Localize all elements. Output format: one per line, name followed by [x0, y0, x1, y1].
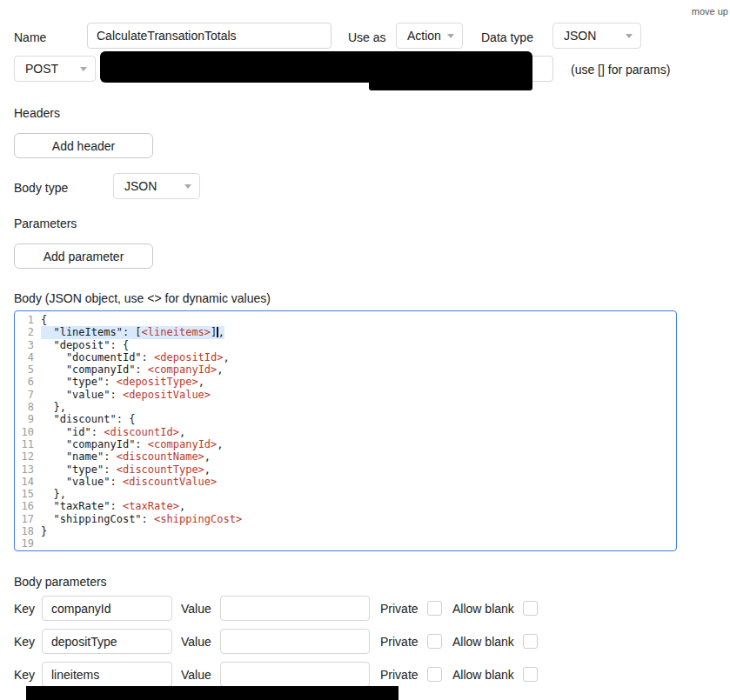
chevron-down-icon [626, 34, 633, 38]
line-number: 15 [15, 488, 41, 500]
value-label: Value [181, 602, 211, 616]
line-number: 11 [15, 438, 41, 450]
line-number: 14 [15, 476, 41, 488]
code-line[interactable]: 13 "type": <discountType>, [15, 463, 676, 476]
key-input[interactable] [42, 596, 172, 621]
allow-blank-checkbox[interactable] [523, 667, 538, 682]
value-input[interactable] [220, 596, 370, 621]
use-as-select[interactable]: Action [396, 23, 463, 49]
move-up-link[interactable]: move up [692, 6, 728, 17]
line-number: 17 [15, 513, 41, 525]
code-text: "deposit": { [41, 339, 129, 351]
code-text: { [41, 314, 47, 326]
line-number: 7 [15, 389, 41, 401]
code-text: "value": <depositValue> [41, 389, 211, 401]
private-checkbox[interactable] [427, 667, 442, 682]
code-line[interactable]: 17 "shippingCost": <shippingCost> [15, 513, 676, 525]
line-number: 13 [15, 463, 41, 476]
name-label: Name [14, 30, 46, 44]
code-lines: 1{2 "lineItems": [<lineitems>],3 "deposi… [15, 314, 676, 550]
key-label: Key [14, 602, 35, 616]
code-line[interactable]: 12 "name": <discountName>, [15, 450, 676, 463]
private-checkbox[interactable] [427, 601, 442, 616]
key-input[interactable] [42, 662, 172, 687]
http-method-selected-value: POST [25, 62, 58, 76]
code-text: "lineItems": [<lineitems>], [41, 326, 224, 338]
key-label: Key [14, 668, 35, 682]
body-parameter-row: KeyValuePrivateAllow blank [0, 662, 730, 687]
code-line[interactable]: 3 "deposit": { [15, 339, 676, 351]
allow-blank-label: Allow blank [452, 635, 514, 649]
value-label: Value [181, 635, 211, 649]
body-type-label: Body type [14, 181, 68, 195]
code-text: "id": <discountId>, [41, 426, 185, 438]
body-type-selected-value: JSON [124, 179, 157, 193]
line-number: 5 [15, 363, 41, 376]
code-line[interactable]: 7 "value": <depositValue> [15, 389, 676, 401]
chevron-down-icon [447, 34, 454, 38]
add-header-button[interactable]: Add header [14, 133, 153, 158]
code-line[interactable]: 11 "companyId": <companyId>, [15, 438, 676, 450]
value-label: Value [181, 668, 211, 682]
private-label: Private [380, 635, 419, 649]
name-input[interactable] [87, 23, 332, 49]
add-parameter-button[interactable]: Add parameter [14, 243, 153, 269]
use-as-selected-value: Action [407, 29, 441, 43]
allow-blank-label: Allow blank [452, 602, 514, 616]
code-text: "type": <discountType>, [41, 463, 211, 476]
code-line[interactable]: 19 [15, 537, 676, 550]
http-method-select[interactable]: POST [14, 56, 96, 82]
line-number: 4 [15, 351, 41, 363]
code-line[interactable]: 16 "taxRate": <taxRate>, [15, 500, 676, 512]
body-json-editor[interactable]: 1{2 "lineItems": [<lineitems>],3 "deposi… [14, 310, 677, 551]
code-text: }, [41, 401, 66, 413]
line-number: 1 [15, 314, 41, 326]
code-line[interactable]: 4 "documentId": <depositId>, [15, 351, 676, 363]
value-input[interactable] [220, 629, 370, 654]
line-number: 19 [15, 537, 41, 550]
private-checkbox[interactable] [427, 634, 442, 649]
code-line[interactable]: 15 }, [15, 488, 676, 500]
headers-section-label: Headers [14, 106, 60, 120]
line-number: 9 [15, 413, 41, 425]
code-line[interactable]: 6 "type": <depositType>, [15, 376, 676, 388]
code-text: } [41, 525, 47, 537]
line-number: 12 [15, 450, 41, 463]
line-number: 8 [15, 401, 41, 413]
code-text: "documentId": <depositId>, [41, 351, 230, 363]
allow-blank-checkbox[interactable] [523, 601, 538, 616]
parameters-section-label: Parameters [14, 217, 77, 230]
chevron-down-icon [184, 184, 191, 189]
data-type-selected-value: JSON [564, 29, 596, 43]
value-input[interactable] [220, 662, 370, 687]
code-line[interactable]: 10 "id": <discountId>, [15, 426, 676, 438]
code-line[interactable]: 14 "value": <discountValue> [15, 476, 676, 488]
code-line[interactable]: 9 "discount": { [15, 413, 676, 425]
code-text: "discount": { [41, 413, 135, 425]
code-text: }, [41, 488, 66, 500]
body-editor-label: Body (JSON object, use <> for dynamic va… [14, 291, 271, 305]
code-line[interactable]: 18} [15, 525, 676, 537]
code-text: "companyId": <companyId>, [41, 438, 224, 450]
code-line[interactable]: 8 }, [15, 401, 676, 413]
code-text: "value": <discountValue> [41, 476, 217, 488]
code-text: "name": <discountName>, [41, 450, 211, 463]
allow-blank-label: Allow blank [452, 668, 514, 682]
body-parameters-section-label: Body parameters [14, 575, 107, 589]
data-type-select[interactable]: JSON [553, 23, 641, 49]
code-line[interactable]: 5 "companyId": <companyId>, [15, 363, 676, 376]
code-text: "companyId": <companyId>, [41, 363, 224, 376]
key-input[interactable] [42, 629, 172, 654]
allow-blank-checkbox[interactable] [523, 634, 538, 649]
code-line[interactable]: 2 "lineItems": [<lineitems>], [15, 326, 676, 338]
private-label: Private [380, 668, 419, 682]
data-type-label: Data type [481, 30, 533, 44]
chevron-down-icon [80, 67, 87, 71]
body-type-select[interactable]: JSON [113, 173, 200, 199]
private-label: Private [380, 602, 419, 616]
key-label: Key [14, 635, 35, 649]
line-number: 2 [15, 326, 41, 338]
body-parameter-row: KeyValuePrivateAllow blank [0, 596, 730, 621]
code-line[interactable]: 1{ [15, 314, 676, 326]
url-params-hint: (use [] for params) [571, 63, 670, 77]
